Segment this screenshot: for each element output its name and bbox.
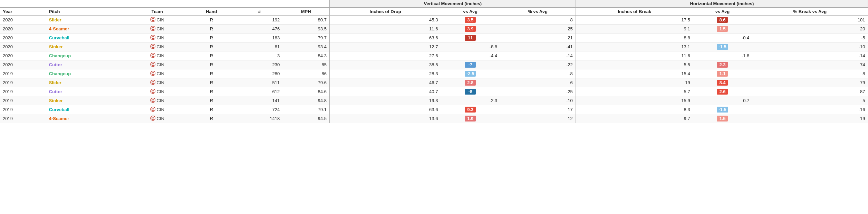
team-cell: Ⓒ CIN xyxy=(128,105,187,114)
hand-cell: R xyxy=(186,33,236,42)
inches-break-cell: 5.5 xyxy=(576,60,693,69)
team-cell: Ⓒ CIN xyxy=(128,114,187,123)
pct-vs-avg-cell: 21 xyxy=(500,33,576,42)
year-cell: 2020 xyxy=(0,33,46,42)
inches-drop-cell: 12.7 xyxy=(330,42,441,51)
pct-vs-avg-cell: -25 xyxy=(500,87,576,96)
table-row: 2019SinkerⒸ CINR14194.819.3-2.3-1015.90.… xyxy=(0,96,868,105)
team-cell: Ⓒ CIN xyxy=(128,16,187,25)
hand-cell: R xyxy=(186,25,236,33)
num-cell: 476 xyxy=(237,25,283,33)
vertical-movement-header: Vertical Movement (inches) xyxy=(330,0,576,8)
inches-drop-cell: 40.7 xyxy=(330,87,441,96)
team-name: CIN xyxy=(156,17,164,22)
vs-avg-v-badge: 11 xyxy=(465,35,476,41)
vs-avg-v-badge: -2.5 xyxy=(465,71,476,77)
pitch-cell: Cutter xyxy=(46,87,128,96)
pitch-cell: 4-Seamer xyxy=(46,25,128,33)
num-cell: 183 xyxy=(237,33,283,42)
mph-cell: 94.5 xyxy=(282,114,330,123)
pct-vs-avg-header: % vs Avg xyxy=(500,8,576,16)
pct-vs-avg-cell: 6 xyxy=(500,78,576,87)
vs-avg-v-badge: 2.8 xyxy=(465,80,476,86)
year-cell: 2019 xyxy=(0,69,46,78)
vs-avg-h-cell: 8.4 xyxy=(693,78,752,87)
team-logo: Ⓒ xyxy=(150,26,155,31)
inches-break-cell: 8.8 xyxy=(576,33,693,42)
inches-break-cell: 15.9 xyxy=(576,96,693,105)
team-name: CIN xyxy=(156,26,164,31)
num-cell: 3 xyxy=(237,51,283,60)
pct-break-vs-avg-cell: -5 xyxy=(752,33,868,42)
num-cell: 612 xyxy=(237,87,283,96)
hand-cell: R xyxy=(186,114,236,123)
hand-cell: R xyxy=(186,51,236,60)
team-cell: Ⓒ CIN xyxy=(128,60,187,69)
vs-avg-h-cell: 0.7 xyxy=(693,96,752,105)
vs-avg-h-cell: 2.3 xyxy=(693,60,752,69)
inches-break-cell: 15.4 xyxy=(576,69,693,78)
pct-vs-avg-cell: 17 xyxy=(500,105,576,114)
inches-break-cell: 13.1 xyxy=(576,42,693,51)
pitch-cell: 4-Seamer xyxy=(46,114,128,123)
pct-break-vs-avg-cell: 79 xyxy=(752,78,868,87)
team-logo: Ⓒ xyxy=(150,17,155,22)
pct-break-vs-avg-cell: 74 xyxy=(752,60,868,69)
column-header-row: Year Pitch Team Hand # MPH Inches of Dro… xyxy=(0,8,868,16)
table-row: 2019SliderⒸ CINR51179.646.72.86198.479 xyxy=(0,78,868,87)
inches-drop-cell: 38.5 xyxy=(330,60,441,69)
hand-cell: R xyxy=(186,87,236,96)
vs-avg-h-badge: 8.6 xyxy=(717,17,728,23)
pitch-cell: Sinker xyxy=(46,42,128,51)
inches-drop-cell: 45.3 xyxy=(330,16,441,25)
pct-vs-avg-cell: 25 xyxy=(500,25,576,33)
num-cell: 724 xyxy=(237,105,283,114)
mph-cell: 86 xyxy=(282,69,330,78)
vs-avg-h-cell: -1.5 xyxy=(693,105,752,114)
mph-cell: 85 xyxy=(282,60,330,69)
num-cell: 280 xyxy=(237,69,283,78)
team-cell: Ⓒ CIN xyxy=(128,87,187,96)
vs-avg-v-cell: -8 xyxy=(441,87,500,96)
inches-break-cell: 19 xyxy=(576,78,693,87)
table-row: 2020SinkerⒸ CINR8193.412.7-8.8-4113.1-1.… xyxy=(0,42,868,51)
table-row: 20204-SeamerⒸ CINR47693.511.63.9259.11.5… xyxy=(0,25,868,33)
vs-avg-h-cell: 1.5 xyxy=(693,114,752,123)
table-row: 2020SliderⒸ CINR19280.745.33.5817.58.610… xyxy=(0,16,868,25)
inches-break-cell: 5.7 xyxy=(576,87,693,96)
hand-cell: R xyxy=(186,42,236,51)
year-cell: 2019 xyxy=(0,96,46,105)
team-logo: Ⓒ xyxy=(150,61,155,67)
pct-break-vs-avg-cell: 8 xyxy=(752,69,868,78)
num-header: # xyxy=(237,8,283,16)
year-cell: 2019 xyxy=(0,105,46,114)
vs-avg-v-cell: -2.3 xyxy=(441,96,500,105)
team-name: CIN xyxy=(156,71,164,76)
vs-avg-h-cell: -1.8 xyxy=(693,51,752,60)
pct-break-vs-avg-cell: 5 xyxy=(752,96,868,105)
table-row: 2019CutterⒸ CINR61284.640.7-8-255.72.687 xyxy=(0,87,868,96)
pct-break-vs-avg-cell: -14 xyxy=(752,51,868,60)
hand-header: Hand xyxy=(186,8,236,16)
num-cell: 81 xyxy=(237,42,283,51)
table-row: 2020CutterⒸ CINR2308538.5-7-225.52.374 xyxy=(0,60,868,69)
num-cell: 1418 xyxy=(237,114,283,123)
vs-avg-v-header: vs Avg xyxy=(441,8,500,16)
vs-avg-v-cell: 11 xyxy=(441,33,500,42)
team-logo: Ⓒ xyxy=(150,88,155,94)
pitch-cell: Changeup xyxy=(46,51,128,60)
inches-break-cell: 9.7 xyxy=(576,114,693,123)
mph-cell: 80.7 xyxy=(282,16,330,25)
vs-avg-h-badge: -1.5 xyxy=(717,107,728,113)
pitch-cell: Curveball xyxy=(46,105,128,114)
mph-header: MPH xyxy=(282,8,330,16)
year-cell: 2020 xyxy=(0,51,46,60)
vs-avg-v-badge: 3.5 xyxy=(465,17,476,23)
vs-avg-h-badge: 1.5 xyxy=(717,116,728,121)
pct-break-vs-avg-header: % Break vs Avg xyxy=(752,8,868,16)
mph-cell: 79.6 xyxy=(282,78,330,87)
pct-vs-avg-cell: -41 xyxy=(500,42,576,51)
pct-break-vs-avg-cell: -16 xyxy=(752,105,868,114)
team-cell: Ⓒ CIN xyxy=(128,33,187,42)
vs-avg-h-badge: -1.5 xyxy=(717,44,728,50)
